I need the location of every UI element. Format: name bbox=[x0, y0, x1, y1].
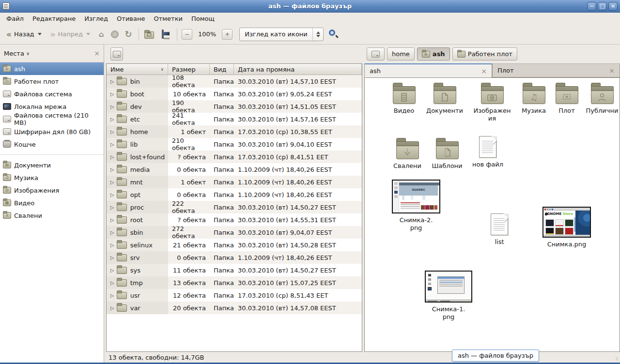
tab-ash[interactable]: ash× bbox=[364, 63, 492, 77]
expander-icon[interactable]: ▷ bbox=[110, 268, 114, 273]
expander-icon[interactable]: ▷ bbox=[110, 192, 114, 197]
table-row[interactable]: ▷sbin272 обектаПапка30.03.2010 (вт) 9,04… bbox=[107, 226, 362, 239]
row-name-cell: ▷tmp bbox=[107, 276, 168, 289]
expander-icon[interactable]: ▷ bbox=[110, 117, 114, 122]
column-header-name[interactable]: Име∨ bbox=[107, 64, 168, 75]
column-header-date[interactable]: Дата на промяна bbox=[234, 64, 362, 75]
back-icon: « bbox=[6, 31, 12, 38]
table-row[interactable]: ▷home1 обектПапка17.03.2010 (ср) 10,38,5… bbox=[107, 125, 362, 138]
stop-button[interactable] bbox=[109, 29, 121, 40]
icon-view-item-snimka[interactable]: GNOME StoreСнимка.png bbox=[540, 207, 593, 248]
table-row[interactable]: ▷lib210 обектаПапка30.03.2010 (вт) 9,04,… bbox=[107, 138, 362, 151]
breadcrumb-root[interactable] bbox=[367, 47, 385, 61]
sidebar-item-свалени[interactable]: ↓Свалени bbox=[0, 209, 104, 222]
table-row[interactable]: ▷srv0 обектаПапка1.10.2009 (чт) 18,40,26… bbox=[107, 251, 362, 264]
table-row[interactable]: ▷var20 обектаПапка30.03.2010 (вт) 14,57,… bbox=[107, 302, 362, 314]
menu-item-отметки[interactable]: Отметки bbox=[149, 14, 186, 24]
breadcrumb-ash[interactable]: ⌂ash bbox=[417, 47, 450, 61]
row-name: sbin bbox=[130, 229, 143, 236]
sidebar-item-файлова-система[interactable]: Файлова система bbox=[0, 88, 104, 100]
back-history-caret[interactable] bbox=[38, 33, 42, 35]
table-row[interactable]: ▷proc222 обектаПапка30.03.2010 (вт) 14,5… bbox=[107, 201, 362, 213]
expander-icon[interactable]: ▷ bbox=[110, 280, 114, 286]
expander-icon[interactable]: ▷ bbox=[110, 154, 114, 160]
expander-icon[interactable]: ▷ bbox=[110, 255, 114, 260]
table-row[interactable]: ▷selinux21 обектаПапка30.03.2010 (вт) 14… bbox=[107, 239, 362, 251]
expander-icon[interactable]: ▷ bbox=[110, 205, 114, 210]
forward-history-caret[interactable] bbox=[86, 33, 90, 35]
menu-item-отиване[interactable]: Отиване bbox=[112, 14, 149, 24]
icon-view-item-list[interactable]: list bbox=[473, 213, 526, 246]
sidebar-item-видео[interactable]: ▦Видео bbox=[0, 197, 104, 209]
icon-label: нов файл bbox=[472, 161, 503, 168]
expander-icon[interactable]: ▷ bbox=[110, 243, 114, 248]
sidebar-item-локална-мрежа[interactable]: Локална мрежа bbox=[0, 100, 104, 113]
table-row[interactable]: ▷usr12 обектаПапка17.03.2010 (ср) 8,51,4… bbox=[107, 289, 362, 302]
icon-view-item-docs[interactable]: Документи bbox=[418, 82, 471, 115]
home-button[interactable] bbox=[143, 29, 155, 40]
table-row[interactable]: ▷bin108 обектаПапка30.03.2010 (вт) 14,57… bbox=[107, 75, 362, 88]
sidebar-item-файлова-система-210-mb-[interactable]: Файлова система (210 MB) bbox=[0, 113, 104, 125]
expander-icon[interactable]: ▷ bbox=[110, 217, 114, 223]
sidebar-close-icon[interactable]: × bbox=[94, 49, 100, 57]
breadcrumb-home[interactable]: home bbox=[387, 47, 415, 61]
zoom-out-button[interactable]: − bbox=[182, 29, 192, 40]
table-row[interactable]: ▷tmp13 обектаПапка30.03.2010 (вт) 15,07,… bbox=[107, 276, 362, 289]
sidebar-item-музика[interactable]: ♫Музика bbox=[0, 171, 104, 184]
icon-view-item-snimka2[interactable]: GUADECСнимка-2. png bbox=[389, 180, 443, 232]
tab-close-icon[interactable]: × bbox=[609, 67, 615, 75]
table-row[interactable]: ▷lost+found? обектаПапка17.03.2010 (ср) … bbox=[107, 151, 362, 163]
menu-item-файл[interactable]: Файл bbox=[2, 14, 28, 24]
reload-button[interactable]: ↻ bbox=[123, 29, 134, 40]
sidebar-item-шифриран-дял-80-gb-[interactable]: Шифриран дял (80 GB) bbox=[0, 125, 104, 138]
breadcrumb-Работен плот[interactable]: Работен плот bbox=[452, 47, 517, 61]
sidebar-item-работен-плот[interactable]: ▭Работен плот bbox=[0, 75, 104, 88]
expander-icon[interactable]: ▷ bbox=[110, 104, 114, 109]
icon-view-item-public[interactable]: Публични bbox=[575, 82, 620, 115]
column-header-type[interactable]: Вид bbox=[210, 64, 234, 75]
menu-item-изглед[interactable]: Изглед bbox=[80, 14, 112, 24]
expander-icon[interactable]: ▷ bbox=[110, 230, 114, 235]
expander-icon[interactable]: ▷ bbox=[110, 305, 114, 311]
expander-icon[interactable]: ▷ bbox=[110, 91, 114, 97]
table-row[interactable]: ▷dev190 обектаПапка30.03.2010 (вт) 14,51… bbox=[107, 100, 362, 113]
computer-button[interactable] bbox=[161, 29, 172, 40]
resize-grip[interactable]: ⠿ bbox=[615, 357, 619, 362]
table-row[interactable]: ▷boot10 обектаПапка30.03.2010 (вт) 9,05,… bbox=[107, 88, 362, 100]
sidebar-item-изображения[interactable]: ◎Изображения bbox=[0, 184, 104, 197]
expander-icon[interactable]: ▷ bbox=[110, 293, 114, 298]
icon-view-item-snimka1[interactable]: Снимка-1. png bbox=[422, 271, 475, 321]
tab-плот[interactable]: Плот× bbox=[492, 63, 620, 77]
expander-icon[interactable]: ▷ bbox=[110, 129, 114, 135]
expander-icon[interactable]: ▷ bbox=[110, 167, 114, 172]
up-button[interactable]: ⌂ bbox=[95, 29, 107, 40]
sidebar-item-документи[interactable]: ▤Документи bbox=[0, 159, 104, 171]
sidebar-title[interactable]: Места bbox=[4, 50, 24, 57]
column-header-size[interactable]: Размер bbox=[168, 64, 210, 75]
table-row[interactable]: ▷etc241 обектаПапка30.03.2010 (вт) 14,57… bbox=[107, 113, 362, 125]
expander-icon[interactable]: ▷ bbox=[110, 142, 114, 147]
table-row[interactable]: ▷sys11 обектаПапка30.03.2010 (вт) 14,50,… bbox=[107, 264, 362, 276]
sidebar-item-ash[interactable]: ⌂ash bbox=[0, 62, 104, 75]
root-drive-button[interactable] bbox=[110, 47, 123, 61]
back-button[interactable]: « Назад bbox=[3, 29, 45, 40]
maximize-button[interactable]: □ bbox=[598, 2, 607, 11]
table-row[interactable]: ▷opt0 обектаПапка1.10.2009 (чт) 18,40,26… bbox=[107, 188, 362, 201]
close-button[interactable]: × bbox=[608, 2, 618, 11]
expander-icon[interactable]: ▷ bbox=[110, 79, 114, 84]
minimize-button[interactable]: − bbox=[587, 2, 596, 11]
zoom-in-button[interactable]: + bbox=[222, 29, 232, 40]
search-button[interactable] bbox=[328, 29, 339, 40]
menu-item-помощ[interactable]: Помощ bbox=[187, 14, 219, 24]
table-row[interactable]: ▷root? обектаПапка30.03.2010 (вт) 14,55,… bbox=[107, 213, 362, 226]
menu-item-редактиране[interactable]: Редактиране bbox=[28, 14, 80, 24]
icon-view-item-newfile[interactable]: нов файл bbox=[461, 136, 514, 168]
forward-button[interactable]: » Напред bbox=[47, 29, 93, 40]
expander-icon[interactable]: ▷ bbox=[110, 180, 114, 185]
table-row[interactable]: ▷mnt1 обектПапка1.10.2009 (чт) 18,40,26 … bbox=[107, 176, 362, 188]
tab-close-icon[interactable]: × bbox=[481, 67, 487, 75]
row-name: media bbox=[130, 166, 150, 173]
sidebar-item-кошче[interactable]: Кошче bbox=[0, 138, 104, 151]
table-row[interactable]: ▷media0 обектаПапка1.10.2009 (чт) 18,40,… bbox=[107, 163, 362, 176]
view-mode-select[interactable]: Изглед като икони bbox=[239, 28, 324, 41]
